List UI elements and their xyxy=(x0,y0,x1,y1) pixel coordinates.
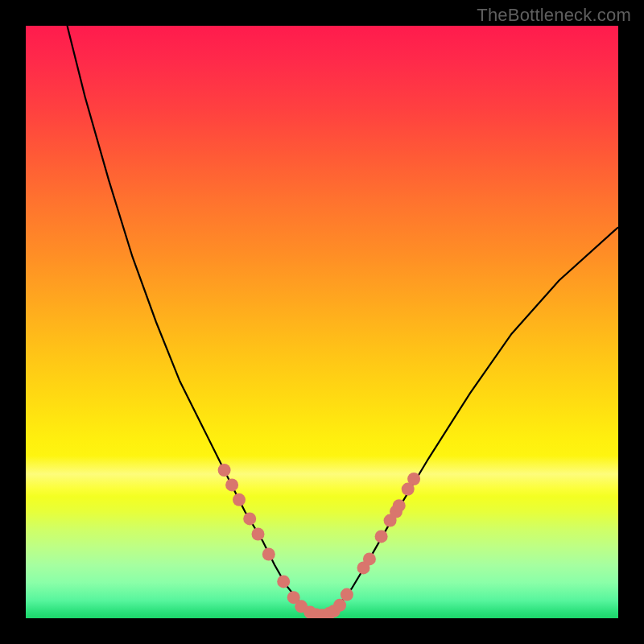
watermark-text: TheBottleneck.com xyxy=(477,5,631,26)
data-marker xyxy=(243,512,256,525)
data-marker xyxy=(333,599,346,612)
data-marker xyxy=(225,478,238,491)
data-marker xyxy=(233,493,246,506)
bottleneck-curve xyxy=(68,26,619,615)
curve-layer xyxy=(26,26,618,618)
data-marker xyxy=(375,530,388,543)
data-marker xyxy=(218,464,231,477)
data-marker xyxy=(252,528,265,541)
data-marker xyxy=(277,575,290,588)
data-marker xyxy=(393,499,406,512)
data-marker xyxy=(262,548,275,561)
data-marker xyxy=(341,588,353,601)
data-marker xyxy=(407,473,420,485)
data-markers xyxy=(218,464,420,618)
data-marker xyxy=(363,552,376,565)
chart-frame: TheBottleneck.com xyxy=(0,0,644,644)
plot-area xyxy=(26,26,618,618)
